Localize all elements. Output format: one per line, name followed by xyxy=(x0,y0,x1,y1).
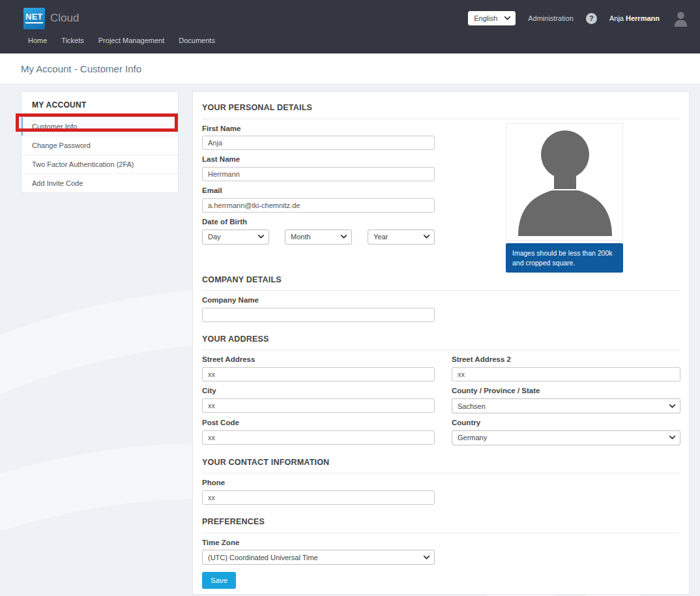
nav-item-project-management[interactable]: Project Management xyxy=(98,37,165,44)
section-title-contact: YOUR CONTACT INFORMATION xyxy=(202,458,680,474)
image-upload-note: Images should be less than 200k and crop… xyxy=(506,243,623,273)
street-address-label: Street Address xyxy=(202,355,435,365)
first-name-label: First Name xyxy=(202,125,435,134)
date-of-birth-label: Date of Birth xyxy=(202,218,435,227)
company-name-label: Company Name xyxy=(202,296,435,305)
nav-item-home[interactable]: Home xyxy=(28,37,47,44)
post-code-field: Post Code xyxy=(202,419,435,445)
time-zone-label: Time Zone xyxy=(202,539,435,548)
county-select[interactable]: Sachsen xyxy=(452,398,680,413)
city-label: City xyxy=(202,387,435,396)
dob-year-select[interactable]: Year xyxy=(368,230,435,245)
page-title: My Account - Customer Info xyxy=(21,63,141,74)
section-personal-details: YOUR PERSONAL DETAILS First Name Last Na… xyxy=(202,104,680,245)
logo-cloud-text: Cloud xyxy=(50,12,79,25)
dob-day-select-wrap: Day xyxy=(202,230,269,245)
post-code-label: Post Code xyxy=(202,419,435,428)
country-select[interactable]: Germany xyxy=(452,430,680,445)
customer-info-form: YOUR PERSONAL DETAILS First Name Last Na… xyxy=(192,91,690,595)
profile-image-placeholder[interactable] xyxy=(506,123,623,241)
post-code-input[interactable] xyxy=(202,430,435,445)
user-last-name: Herrmann xyxy=(626,14,660,22)
street-address-2-label: Street Address 2 xyxy=(452,355,680,365)
language-select[interactable]: English xyxy=(468,11,516,25)
sidebar-item-add-invite-code[interactable]: Add Invite Code xyxy=(22,173,178,192)
main-nav: Home Tickets Project Management Document… xyxy=(0,33,700,44)
phone-input[interactable] xyxy=(202,490,435,505)
profile-image-block: Images should be less than 200k and crop… xyxy=(506,123,623,273)
section-company-details: COMPANY DETAILS Company Name xyxy=(202,276,680,322)
time-zone-select[interactable]: (UTC) Coordinated Universal Time xyxy=(202,550,435,565)
first-name-input[interactable] xyxy=(202,136,435,150)
county-select-wrap: Sachsen xyxy=(452,398,680,413)
person-silhouette-icon xyxy=(506,124,623,241)
account-sidebar: MY ACCOUNT Customer Info Change Password… xyxy=(21,91,179,193)
dob-month-select-wrap: Month xyxy=(285,230,352,245)
city-input[interactable] xyxy=(202,398,435,413)
country-select-wrap: Germany xyxy=(452,430,680,445)
dob-day-select[interactable]: Day xyxy=(202,230,269,245)
email-field: Email xyxy=(202,186,435,213)
nav-item-documents[interactable]: Documents xyxy=(179,37,215,44)
help-icon[interactable]: ? xyxy=(586,13,597,24)
logo-net-text: NET xyxy=(25,13,43,23)
sidebar-item-two-factor[interactable]: Two Factor Authentication (2FA) xyxy=(22,155,178,173)
street-address-2-field: Street Address 2 xyxy=(452,355,680,381)
time-zone-field: Time Zone (UTC) Coordinated Universal Ti… xyxy=(202,539,435,565)
first-name-field: First Name xyxy=(202,125,435,151)
user-avatar-icon[interactable] xyxy=(672,10,690,27)
net-logo-icon: NET xyxy=(23,8,45,29)
nav-item-tickets[interactable]: Tickets xyxy=(61,37,83,44)
email-label: Email xyxy=(202,186,435,196)
language-select-wrap: English xyxy=(468,11,516,25)
section-title-preferences: PREFERENCES xyxy=(202,518,680,533)
email-input[interactable] xyxy=(202,198,435,213)
user-first-name: Anja xyxy=(609,14,624,22)
user-menu[interactable]: Anja Herrmann xyxy=(609,14,660,22)
dob-month-select[interactable]: Month xyxy=(285,230,352,245)
brand-logo[interactable]: NET Cloud xyxy=(23,8,79,29)
section-preferences: PREFERENCES Time Zone (UTC) Coordinated … xyxy=(202,518,680,565)
county-field: County / Province / State Sachsen xyxy=(452,387,680,413)
date-of-birth-field: Date of Birth Day Month Year xyxy=(202,218,435,245)
street-address-2-input[interactable] xyxy=(452,367,680,381)
administration-link[interactable]: Administration xyxy=(528,14,574,22)
sidebar-item-customer-info[interactable]: Customer Info xyxy=(22,117,178,136)
sidebar-item-change-password[interactable]: Change Password xyxy=(22,136,178,155)
city-field: City xyxy=(202,387,435,413)
country-field: Country Germany xyxy=(452,419,680,445)
save-button[interactable]: Save xyxy=(202,572,236,589)
section-title-company: COMPANY DETAILS xyxy=(202,276,680,291)
top-header: NET Cloud English Administration ? Anja … xyxy=(0,0,700,53)
last-name-input[interactable] xyxy=(202,167,435,181)
phone-label: Phone xyxy=(202,479,435,488)
time-zone-select-wrap: (UTC) Coordinated Universal Time xyxy=(202,550,435,565)
county-label: County / Province / State xyxy=(452,387,680,396)
last-name-field: Last Name xyxy=(202,155,435,181)
sidebar-title: MY ACCOUNT xyxy=(22,92,178,117)
dob-year-select-wrap: Year xyxy=(368,230,435,245)
company-name-field: Company Name xyxy=(202,296,435,322)
phone-field: Phone xyxy=(202,479,435,505)
section-title-personal: YOUR PERSONAL DETAILS xyxy=(202,104,680,119)
section-contact-information: YOUR CONTACT INFORMATION Phone xyxy=(202,458,680,505)
company-name-input[interactable] xyxy=(202,308,435,322)
last-name-label: Last Name xyxy=(202,155,435,164)
street-address-field: Street Address xyxy=(202,355,435,381)
section-address: YOUR ADDRESS Street Address Street Addre… xyxy=(202,335,680,445)
country-label: Country xyxy=(452,419,680,428)
section-title-address: YOUR ADDRESS xyxy=(202,335,680,351)
title-band: My Account - Customer Info xyxy=(0,53,700,83)
street-address-input[interactable] xyxy=(202,367,435,381)
